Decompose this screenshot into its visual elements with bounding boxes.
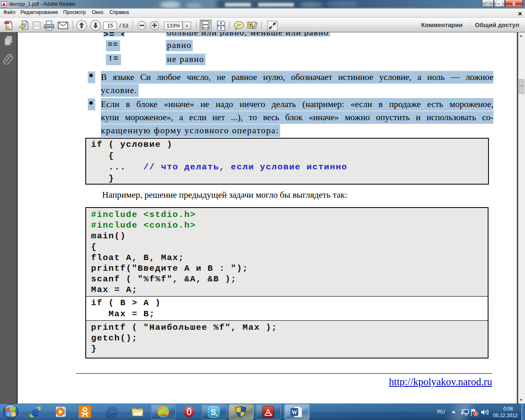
- svg-text:W: W: [292, 409, 297, 415]
- svg-text:x: x: [512, 0, 516, 7]
- svg-text:S: S: [210, 407, 216, 417]
- svg-text:T: T: [249, 23, 252, 27]
- svg-text:@: @: [106, 406, 118, 418]
